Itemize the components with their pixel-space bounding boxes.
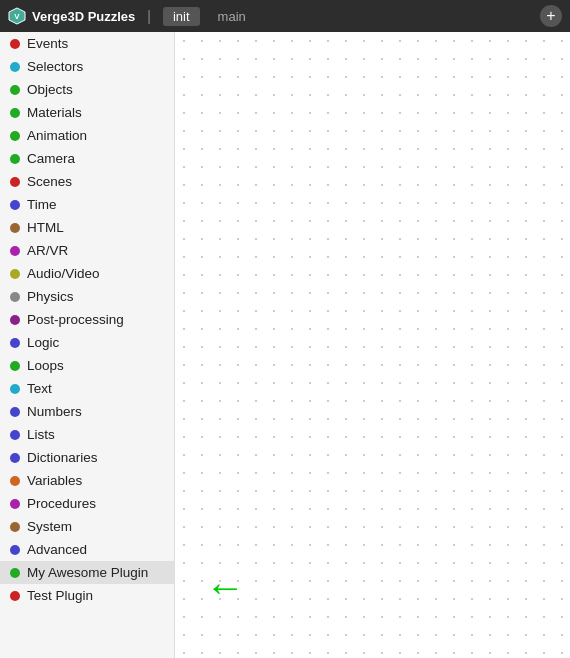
sidebar-item-system[interactable]: System [0,515,174,538]
category-dot [10,338,20,348]
sidebar-item-label: Advanced [27,542,87,557]
header: V Verge3D Puzzles | init main + [0,0,570,32]
category-dot [10,453,20,463]
sidebar-item-label: My Awesome Plugin [27,565,148,580]
sidebar-item-time[interactable]: Time [0,193,174,216]
category-dot [10,131,20,141]
category-dot [10,361,20,371]
category-dot [10,200,20,210]
sidebar-item-label: Camera [27,151,75,166]
category-dot [10,85,20,95]
category-dot [10,315,20,325]
app-logo: V Verge3D Puzzles [8,7,135,25]
category-dot [10,108,20,118]
sidebar-item-dictionaries[interactable]: Dictionaries [0,446,174,469]
sidebar-item-label: Loops [27,358,64,373]
sidebar-item-label: Scenes [27,174,72,189]
category-dot [10,407,20,417]
sidebar-item-numbers[interactable]: Numbers [0,400,174,423]
category-dot [10,292,20,302]
sidebar-item-events[interactable]: Events [0,32,174,55]
sidebar-item-scenes[interactable]: Scenes [0,170,174,193]
category-dot [10,591,20,601]
category-dot [10,223,20,233]
category-dot [10,476,20,486]
sidebar-item-label: Physics [27,289,74,304]
sidebar-item-advanced[interactable]: Advanced [0,538,174,561]
sidebar-item-materials[interactable]: Materials [0,101,174,124]
canvas-area[interactable]: ← [175,32,570,658]
sidebar-item-label: Text [27,381,52,396]
header-divider: | [147,8,151,24]
sidebar-item-label: Objects [27,82,73,97]
sidebar-item-label: Time [27,197,57,212]
sidebar-item-label: Numbers [27,404,82,419]
svg-text:V: V [14,12,20,21]
sidebar: EventsSelectorsObjectsMaterialsAnimation… [0,32,175,658]
sidebar-item-label: Variables [27,473,82,488]
category-dot [10,568,20,578]
category-dot [10,545,20,555]
category-dot [10,62,20,72]
sidebar-item-test-plugin[interactable]: Test Plugin [0,584,174,607]
category-dot [10,499,20,509]
sidebar-item-label: Dictionaries [27,450,98,465]
sidebar-item-selectors[interactable]: Selectors [0,55,174,78]
sidebar-item-label: Events [27,36,68,51]
category-dot [10,39,20,49]
sidebar-item-text[interactable]: Text [0,377,174,400]
sidebar-item-label: AR/VR [27,243,68,258]
sidebar-item-variables[interactable]: Variables [0,469,174,492]
sidebar-item-post-processing[interactable]: Post-processing [0,308,174,331]
logo-text: Verge3D Puzzles [32,9,135,24]
sidebar-item-label: Animation [27,128,87,143]
sidebar-item-physics[interactable]: Physics [0,285,174,308]
category-dot [10,154,20,164]
sidebar-item-label: Logic [27,335,59,350]
add-tab-button[interactable]: + [540,5,562,27]
sidebar-item-html[interactable]: HTML [0,216,174,239]
logo-icon: V [8,7,26,25]
category-dot [10,522,20,532]
sidebar-item-audio-video[interactable]: Audio/Video [0,262,174,285]
sidebar-item-objects[interactable]: Objects [0,78,174,101]
sidebar-item-loops[interactable]: Loops [0,354,174,377]
arrow-indicator: ← [205,565,245,610]
sidebar-item-label: Audio/Video [27,266,100,281]
sidebar-item-procedures[interactable]: Procedures [0,492,174,515]
sidebar-item-label: Test Plugin [27,588,93,603]
sidebar-item-logic[interactable]: Logic [0,331,174,354]
category-dot [10,384,20,394]
sidebar-item-label: HTML [27,220,64,235]
sidebar-item-label: Materials [27,105,82,120]
tab-init[interactable]: init [163,7,200,26]
sidebar-item-ar-vr[interactable]: AR/VR [0,239,174,262]
sidebar-item-label: Procedures [27,496,96,511]
sidebar-item-animation[interactable]: Animation [0,124,174,147]
category-dot [10,177,20,187]
sidebar-item-my-awesome-plugin[interactable]: My Awesome Plugin [0,561,174,584]
category-dot [10,430,20,440]
sidebar-item-camera[interactable]: Camera [0,147,174,170]
sidebar-item-lists[interactable]: Lists [0,423,174,446]
sidebar-item-label: Post-processing [27,312,124,327]
category-dot [10,269,20,279]
main-area: EventsSelectorsObjectsMaterialsAnimation… [0,32,570,658]
sidebar-item-label: Selectors [27,59,83,74]
tab-main[interactable]: main [208,7,256,26]
sidebar-item-label: System [27,519,72,534]
sidebar-item-label: Lists [27,427,55,442]
category-dot [10,246,20,256]
